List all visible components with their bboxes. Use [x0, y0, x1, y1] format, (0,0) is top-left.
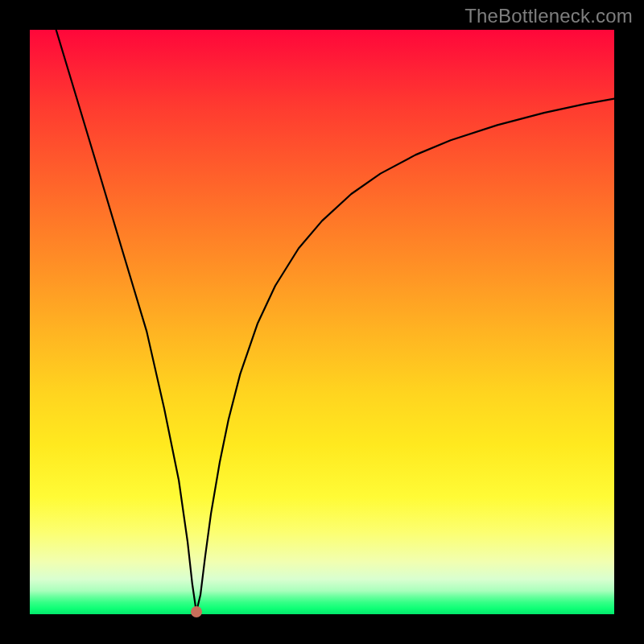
plot-area: [30, 30, 614, 614]
curve-min-marker: [191, 606, 202, 617]
watermark-text: TheBottleneck.com: [464, 5, 633, 27]
chart-frame: TheBottleneck.com: [0, 0, 644, 644]
bottleneck-curve: [30, 30, 614, 614]
